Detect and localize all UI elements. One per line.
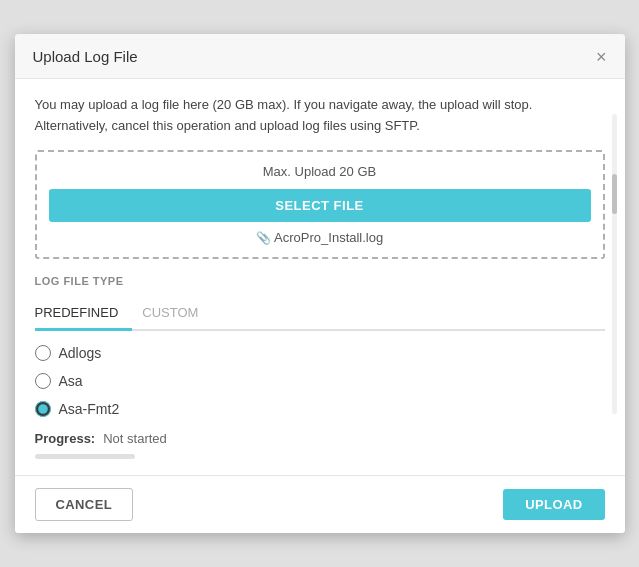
scrollbar-thumb[interactable]: [612, 174, 617, 214]
selected-file-name: AcroPro_Install.log: [49, 230, 591, 245]
tab-predefined[interactable]: PREDEFINED: [35, 297, 133, 331]
option-asa-fmt2-label: Asa-Fmt2: [59, 401, 120, 417]
tab-custom[interactable]: CUSTOM: [142, 297, 212, 331]
log-type-tabs: PREDEFINED CUSTOM: [35, 297, 605, 331]
progress-bar-container: [35, 454, 135, 459]
dialog-header: Upload Log File ×: [15, 34, 625, 79]
option-adlogs[interactable]: Adlogs: [35, 345, 605, 361]
scrollbar-track[interactable]: [612, 114, 617, 414]
progress-label: Progress:: [35, 431, 96, 446]
select-file-button[interactable]: SELECT FILE: [49, 189, 591, 222]
progress-row: Progress: Not started: [35, 431, 605, 446]
progress-status: Not started: [103, 431, 167, 446]
dialog-title: Upload Log File: [33, 48, 138, 65]
close-button[interactable]: ×: [596, 48, 607, 66]
option-adlogs-label: Adlogs: [59, 345, 102, 361]
option-asa-label: Asa: [59, 373, 83, 389]
radio-asa[interactable]: [35, 373, 51, 389]
radio-asa-fmt2[interactable]: [35, 401, 51, 417]
max-upload-label: Max. Upload 20 GB: [49, 164, 591, 179]
log-file-type-label: LOG FILE TYPE: [35, 275, 605, 287]
cancel-button[interactable]: CANCEL: [35, 488, 134, 521]
dialog-body: You may upload a log file here (20 GB ma…: [15, 79, 625, 476]
description-text: You may upload a log file here (20 GB ma…: [35, 95, 605, 137]
option-asa-fmt2[interactable]: Asa-Fmt2: [35, 401, 605, 417]
dialog-footer: CANCEL UPLOAD: [15, 475, 625, 533]
log-type-options: Adlogs Asa Asa-Fmt2: [35, 345, 605, 417]
upload-drop-area: Max. Upload 20 GB SELECT FILE AcroPro_In…: [35, 150, 605, 259]
upload-log-dialog: Upload Log File × You may upload a log f…: [15, 34, 625, 534]
option-asa[interactable]: Asa: [35, 373, 605, 389]
radio-adlogs[interactable]: [35, 345, 51, 361]
upload-button[interactable]: UPLOAD: [503, 489, 604, 520]
